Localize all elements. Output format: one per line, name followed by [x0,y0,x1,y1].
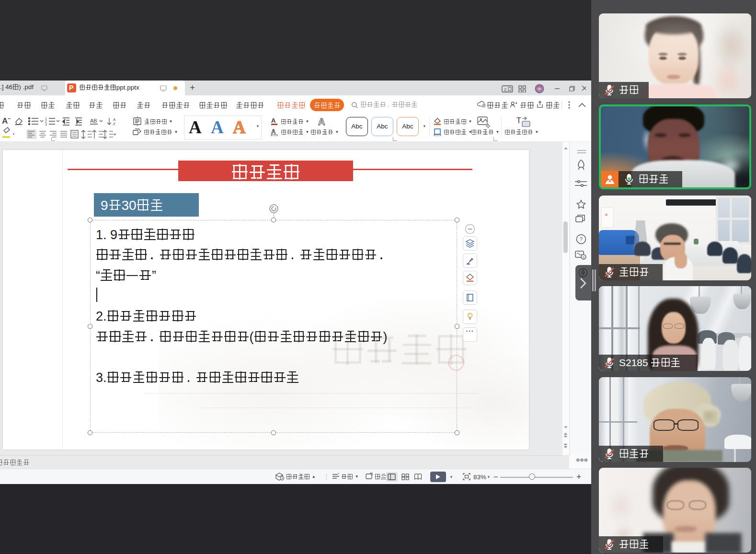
svg-text:A: A [271,117,276,124]
svg-text:Aˉ: Aˉ [2,116,11,126]
svg-text:Z: Z [113,122,115,126]
svg-text:AB: AB [90,118,97,124]
svg-text:A: A [318,116,325,127]
svg-text:3: 3 [45,123,47,126]
svg-text:A: A [113,117,116,122]
svg-text:T: T [516,116,521,125]
svg-text:A: A [271,128,276,135]
svg-text:2: 2 [504,87,506,92]
svg-text:?: ? [580,236,583,242]
